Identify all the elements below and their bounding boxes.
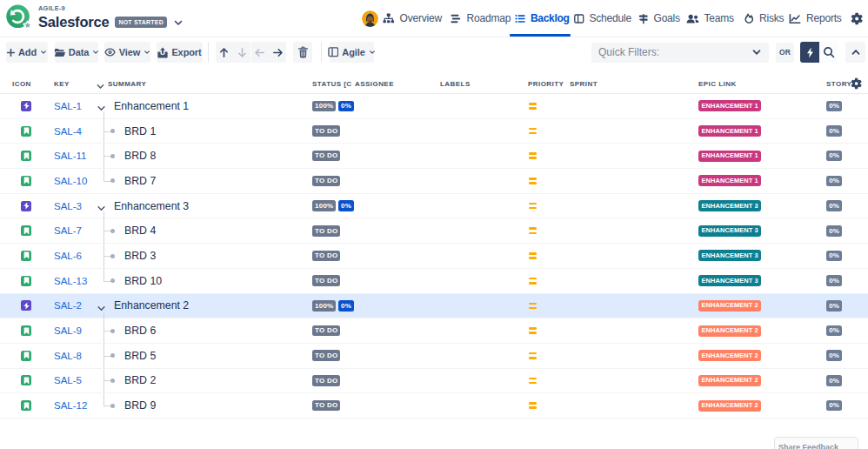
issue-summary[interactable]: Enhancement 3	[114, 194, 189, 218]
status-badge: TO DO	[312, 350, 340, 361]
issue-key-link[interactable]: SAL-12	[54, 400, 87, 411]
epic-link-badge[interactable]: ENHANCEMENT 2	[698, 400, 761, 412]
expand-chevron-down-icon[interactable]	[97, 301, 106, 317]
epic-link-badge[interactable]: ENHANCEMENT 2	[698, 300, 761, 312]
table-row[interactable]: SAL-4BRD 1TO DOENHANCEMENT 10%	[0, 119, 868, 144]
issue-summary[interactable]: BRD 5	[124, 344, 156, 368]
issue-summary[interactable]: Enhancement 2	[114, 294, 189, 318]
issue-key-link[interactable]: SAL-3	[54, 201, 82, 211]
column-header-priority[interactable]: PRIORITY	[528, 70, 564, 94]
export-button[interactable]: Export	[157, 42, 203, 63]
table-row[interactable]: SAL-5BRD 2TO DOENHANCEMENT 20%	[0, 369, 868, 394]
epic-link-badge[interactable]: ENHANCEMENT 3	[698, 275, 761, 286]
indent-button[interactable]	[269, 42, 286, 63]
issue-key-link[interactable]: SAL-9	[54, 325, 82, 336]
issue-summary[interactable]: BRD 7	[124, 169, 156, 193]
epic-link-badge[interactable]: ENHANCEMENT 3	[698, 225, 761, 237]
table-row[interactable]: SAL-6BRD 3TO DOENHANCEMENT 30%	[0, 244, 868, 269]
sort-chevron-down-icon[interactable]	[96, 79, 105, 95]
priority-medium-icon	[529, 203, 537, 210]
nav-item-backlog[interactable]: Backlog	[515, 0, 570, 37]
issue-summary[interactable]: BRD 9	[124, 393, 156, 418]
share-feedback-button[interactable]: Share Feedback	[774, 437, 858, 449]
issue-key-link[interactable]: SAL-11	[54, 151, 87, 161]
issue-key-link[interactable]: SAL-2	[54, 300, 82, 311]
agile-view-button[interactable]: Agile	[330, 42, 374, 63]
column-header-key[interactable]: KEY	[54, 70, 70, 94]
add-button[interactable]: Add	[6, 42, 48, 63]
nav-item-roadmap[interactable]: Roadmap	[451, 0, 511, 37]
table-row[interactable]: SAL-11BRD 8TO DOENHANCEMENT 10%	[0, 144, 868, 169]
delete-button[interactable]	[293, 42, 312, 63]
issue-key-link[interactable]: SAL-6	[54, 251, 82, 261]
epic-link-badge[interactable]: ENHANCEMENT 3	[698, 200, 761, 211]
column-header-labels[interactable]: LABELS	[440, 70, 471, 94]
issue-summary[interactable]: BRD 3	[124, 244, 156, 268]
issue-key-link[interactable]: SAL-10	[54, 176, 87, 186]
table-row[interactable]: SAL-1Enhancement 1100%0%ENHANCEMENT 10%	[0, 94, 868, 119]
column-header-assignee[interactable]: ASSIGNEE	[355, 70, 394, 94]
collapse-toolbar-button[interactable]	[845, 42, 865, 63]
nav-item-risks[interactable]: Risks	[744, 0, 785, 37]
epic-link-badge[interactable]: ENHANCEMENT 2	[698, 350, 761, 361]
table-row[interactable]: SAL-13BRD 10TO DOENHANCEMENT 30%	[0, 269, 868, 294]
issue-key-link[interactable]: SAL-13	[54, 276, 87, 286]
column-header-status[interactable]: STATUS [C	[312, 70, 351, 94]
column-settings-gear-icon[interactable]	[850, 77, 862, 93]
expand-chevron-down-icon[interactable]	[97, 101, 106, 117]
epic-link-badge[interactable]: ENHANCEMENT 1	[698, 175, 761, 186]
type-icon-cell	[21, 194, 31, 218]
quick-filters-dropdown[interactable]: Quick Filters:	[591, 43, 769, 63]
epic-link-badge[interactable]: ENHANCEMENT 2	[698, 325, 761, 337]
issue-key-link[interactable]: SAL-1	[54, 101, 82, 111]
issue-key-link[interactable]: SAL-4	[54, 126, 82, 137]
settings-gear-icon[interactable]	[850, 12, 863, 25]
issue-summary[interactable]: BRD 4	[124, 218, 156, 243]
issue-summary[interactable]: BRD 6	[124, 318, 156, 343]
column-header-epic-link[interactable]: EPIC LINK	[698, 70, 737, 94]
epic-link-badge[interactable]: ENHANCEMENT 1	[698, 100, 761, 111]
move-up-button[interactable]	[216, 42, 233, 63]
expand-chevron-down-icon[interactable]	[97, 201, 106, 217]
table-row[interactable]: SAL-12BRD 9TO DOENHANCEMENT 20%	[0, 393, 868, 419]
quick-transform-button[interactable]	[800, 42, 819, 63]
issue-summary[interactable]: BRD 10	[124, 269, 162, 293]
table-row[interactable]: SAL-10BRD 7TO DOENHANCEMENT 10%	[0, 169, 868, 194]
column-header-icon[interactable]: ICON	[12, 70, 31, 94]
issue-summary[interactable]: BRD 1	[124, 119, 156, 144]
export-icon	[157, 47, 168, 58]
status-badge: TO DO	[312, 251, 340, 262]
data-button[interactable]: Data	[55, 42, 98, 63]
table-row[interactable]: SAL-8BRD 5TO DOENHANCEMENT 20%	[0, 344, 868, 369]
table-row[interactable]: SAL-9BRD 6TO DOENHANCEMENT 20%	[0, 318, 868, 344]
issue-key-link[interactable]: SAL-5	[54, 375, 82, 385]
issue-summary[interactable]: BRD 8	[124, 144, 156, 168]
issue-key-link[interactable]: SAL-8	[54, 351, 82, 361]
main-nav: OverviewRoadmapBacklogScheduleGoalsTeams…	[0, 0, 868, 37]
table-row[interactable]: SAL-3Enhancement 3100%0%ENHANCEMENT 30%	[0, 194, 868, 219]
issue-summary[interactable]: Enhancement 1	[114, 94, 189, 118]
epic-link-badge[interactable]: ENHANCEMENT 3	[698, 250, 761, 261]
column-header-sprint[interactable]: SPRINT	[570, 70, 598, 94]
nav-item-overview[interactable]: Overview	[383, 0, 442, 37]
issue-key-link[interactable]: SAL-7	[54, 225, 82, 236]
table-row[interactable]: SAL-2Enhancement 2100%0%ENHANCEMENT 20%	[0, 294, 868, 319]
nav-item-reports[interactable]: Reports	[789, 0, 842, 37]
epic-link-badge[interactable]: ENHANCEMENT 2	[698, 375, 761, 386]
nav-item-goals[interactable]: Goals	[638, 0, 680, 37]
nav-item-teams[interactable]: Teams	[686, 0, 734, 37]
issue-summary[interactable]: BRD 2	[124, 369, 156, 393]
nav-item-schedule[interactable]: Schedule	[574, 0, 631, 37]
column-header-summary[interactable]: SUMMARY	[108, 70, 146, 94]
view-button[interactable]: View	[104, 42, 150, 63]
move-down-button[interactable]	[233, 42, 250, 63]
nav-item-label: Risks	[759, 12, 784, 24]
status-cell: TO DO	[312, 244, 340, 268]
epic-link-badge[interactable]: ENHANCEMENT 1	[698, 125, 761, 137]
outdent-button[interactable]	[251, 42, 269, 63]
search-button[interactable]	[819, 42, 838, 63]
epic-link-badge[interactable]: ENHANCEMENT 1	[698, 151, 761, 162]
user-avatar[interactable]	[362, 10, 378, 27]
or-toggle-button[interactable]: OR	[776, 43, 794, 63]
table-row[interactable]: SAL-7BRD 4TO DOENHANCEMENT 30%	[0, 218, 868, 244]
